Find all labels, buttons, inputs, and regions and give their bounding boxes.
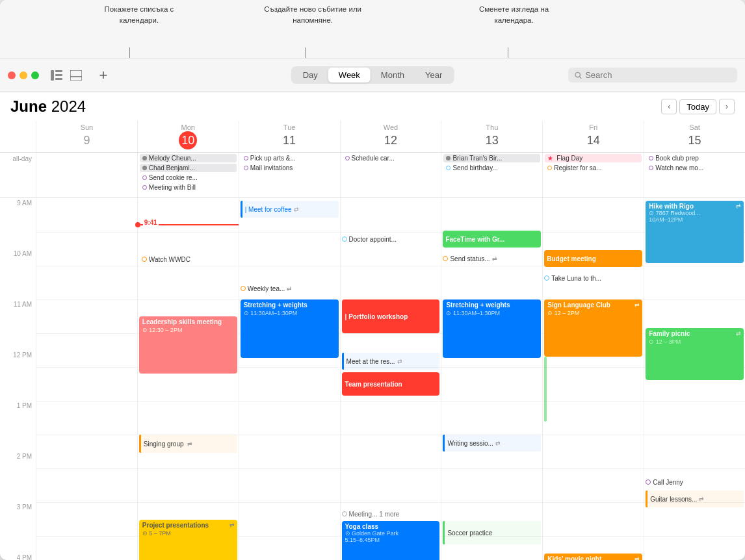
day-col-mon: 9:41 Watch WWDC Singing group ⇄ Leadersh… bbox=[137, 198, 239, 560]
allday-event[interactable]: Watch new mo... bbox=[646, 164, 743, 172]
svg-rect-0 bbox=[51, 70, 54, 81]
calendar-header: June 2024 ‹ Today › bbox=[0, 92, 745, 121]
event-stretching-thu[interactable]: Stretching + weights ⊙ 11:30AM–1:30PM bbox=[443, 299, 541, 358]
today-button[interactable]: Today bbox=[679, 99, 716, 114]
time-slot-10am: 10 AM bbox=[0, 249, 36, 283]
allday-event[interactable]: Pick up arts &... bbox=[241, 154, 338, 162]
event-budget-meeting[interactable]: Budget meeting bbox=[544, 250, 642, 267]
allday-row: all-day Melody Cheun... Chad Benjami... … bbox=[0, 153, 745, 198]
close-button[interactable] bbox=[8, 71, 16, 79]
time-slot-12pm: 12 PM bbox=[0, 350, 36, 384]
maximize-button[interactable] bbox=[31, 71, 39, 79]
event-facetime[interactable]: FaceTime with Gr... bbox=[443, 231, 541, 248]
allday-event[interactable]: Book club prep bbox=[646, 154, 743, 162]
minimize-button[interactable] bbox=[20, 71, 27, 79]
time-slot-2pm: 2 PM bbox=[0, 452, 36, 485]
allday-event[interactable]: Melody Cheun... bbox=[140, 154, 237, 162]
event-hike-with-rigo[interactable]: Hike with Rigo ⊙ 7867 Redwood... 10AM–12… bbox=[646, 201, 744, 263]
annotation-3: Сменете изгледа на календара. bbox=[462, 4, 566, 27]
event-doctor-appoint[interactable]: Doctor appoint... bbox=[342, 231, 440, 248]
day-header-sun: Sun 9 bbox=[36, 121, 137, 152]
annotation-1: Покажете списъка с календари. bbox=[97, 4, 181, 27]
nav-controls: ‹ Today › bbox=[661, 99, 735, 114]
inbox-icon[interactable] bbox=[69, 68, 83, 83]
allday-label: all-day bbox=[0, 153, 36, 197]
event-weekly-tea[interactable]: Weekly tea... ⇄ bbox=[241, 280, 339, 297]
event-team-presentation[interactable]: Team presentation bbox=[342, 372, 440, 396]
allday-event[interactable]: Chad Benjami... bbox=[140, 164, 237, 172]
day-col-thu: FaceTime with Gr... Send status... ⇄ Str… bbox=[441, 198, 542, 560]
event-meet-at-res[interactable]: Meet at the res... ⇄ bbox=[342, 353, 440, 370]
allday-sun bbox=[36, 153, 137, 197]
svg-point-6 bbox=[575, 72, 580, 77]
annotation-bar: Покажете списъка с календари. Създайте н… bbox=[0, 0, 745, 58]
calendar-window: Покажете списъка с календари. Създайте н… bbox=[0, 0, 745, 560]
titlebar: + Day Week Month Year bbox=[0, 58, 745, 92]
event-fri-green-bar bbox=[544, 357, 547, 422]
event-singing-group[interactable]: Singing group ⇄ bbox=[139, 435, 237, 453]
event-yoga-class[interactable]: Yoga class ⊙ Golden Gate Park 5:15–6:45P… bbox=[342, 521, 440, 560]
svg-rect-3 bbox=[55, 78, 62, 80]
event-watch-wwdc[interactable]: Watch WWDC bbox=[139, 250, 237, 268]
svg-line-7 bbox=[579, 76, 581, 78]
tab-month[interactable]: Month bbox=[371, 68, 415, 83]
search-input[interactable] bbox=[585, 70, 731, 80]
day-col-sun bbox=[36, 198, 137, 560]
tab-week[interactable]: Week bbox=[328, 68, 371, 83]
day-header-tue: Tue 11 bbox=[239, 121, 340, 152]
event-guitar-lessons[interactable]: Guitar lessons... ⇄ bbox=[646, 490, 744, 507]
day-header-wed: Wed 12 bbox=[340, 121, 441, 152]
event-project-presentations[interactable]: Project presentations ⊙ 5 – 7PM ⇄ bbox=[139, 520, 237, 560]
allday-event[interactable]: Brian Tran's Bir... bbox=[443, 154, 540, 162]
allday-event[interactable]: Meeting with Bill bbox=[140, 183, 237, 192]
day-header-thu: Thu 13 bbox=[441, 121, 542, 152]
day-col-tue: | Meet for coffee ⇄ Weekly tea... ⇄ Stre… bbox=[239, 198, 340, 560]
event-take-luna[interactable]: Take Luna to th... bbox=[544, 270, 642, 286]
tab-day[interactable]: Day bbox=[293, 68, 328, 83]
sidebar-toggle[interactable] bbox=[49, 68, 83, 83]
day-col-fri: Budget meeting Take Luna to th... Sign L… bbox=[542, 198, 644, 560]
add-event-button[interactable]: + bbox=[96, 68, 111, 83]
time-slot-3pm: 3 PM bbox=[0, 502, 36, 536]
prev-button[interactable]: ‹ bbox=[661, 99, 677, 114]
time-column: 9 AM 10 AM 11 AM 12 PM 1 PM 2 PM 3 PM 4 … bbox=[0, 198, 36, 560]
calendar-list-icon[interactable] bbox=[49, 68, 64, 83]
search-box[interactable] bbox=[568, 68, 737, 83]
allday-event[interactable]: ★ Flag Day bbox=[545, 154, 642, 162]
event-leadership[interactable]: Leadership skills meeting ⊙ 12:30 – 2PM bbox=[139, 316, 237, 374]
time-slot-1pm: 1 PM bbox=[0, 401, 36, 435]
allday-wed: Schedule car... bbox=[340, 153, 441, 197]
event-meeting-more[interactable]: Meeting... 1 more bbox=[342, 505, 440, 522]
event-send-status[interactable]: Send status... ⇄ bbox=[443, 250, 541, 267]
event-sign-language[interactable]: Sign Language Club ⊙ 12 – 2PM ⇄ bbox=[544, 299, 642, 357]
event-stretching-tue[interactable]: Stretching + weights ⊙ 11:30AM–1:30PM bbox=[241, 299, 339, 358]
time-slot-11am: 11 AM bbox=[0, 299, 36, 333]
event-family-picnic[interactable]: Family picnic ⊙ 12 – 3PM ⇄ bbox=[646, 328, 744, 380]
event-portfolio-workshop[interactable]: | Portfolio workshop bbox=[342, 299, 440, 333]
time-grid-wrapper: 9 AM 10 AM 11 AM 12 PM 1 PM 2 PM 3 PM 4 … bbox=[0, 198, 745, 560]
allday-event[interactable]: Mail invitations bbox=[241, 164, 338, 172]
time-grid: 9 AM 10 AM 11 AM 12 PM 1 PM 2 PM 3 PM 4 … bbox=[0, 198, 745, 560]
event-kids-movie[interactable]: Kids' movie night ⇄ bbox=[544, 554, 642, 560]
day-header-fri: Fri 14 bbox=[542, 121, 644, 152]
allday-fri: ★ Flag Day Register for sa... bbox=[542, 153, 644, 197]
allday-event[interactable]: Schedule car... bbox=[343, 154, 439, 162]
month-title: June 2024 bbox=[10, 97, 86, 116]
allday-event[interactable]: Register for sa... bbox=[545, 164, 642, 172]
event-writing-session[interactable]: Writing sessio... ⇄ bbox=[443, 435, 541, 452]
event-call-jenny[interactable]: Call Jenny bbox=[646, 474, 744, 490]
svg-rect-4 bbox=[70, 70, 82, 77]
search-icon bbox=[575, 71, 582, 79]
event-soccer-practice[interactable]: Soccer practice bbox=[443, 521, 541, 544]
allday-sat: Book club prep Watch new mo... bbox=[644, 153, 745, 197]
allday-event[interactable]: Send cookie re... bbox=[140, 173, 237, 182]
traffic-lights bbox=[8, 71, 39, 79]
day-headers: Sun 9 Mon 10 Tue 11 Wed 12 Thu 13 Fri 14… bbox=[0, 121, 745, 153]
next-button[interactable]: › bbox=[719, 99, 735, 114]
svg-rect-1 bbox=[55, 70, 62, 72]
view-tabs: Day Week Month Year bbox=[291, 66, 454, 84]
day-col-wed: Doctor appoint... | Portfolio workshop M… bbox=[340, 198, 441, 560]
event-meet-for-coffee[interactable]: | Meet for coffee ⇄ bbox=[241, 201, 339, 218]
allday-event[interactable]: Send birthday... bbox=[443, 164, 540, 172]
tab-year[interactable]: Year bbox=[415, 68, 452, 83]
